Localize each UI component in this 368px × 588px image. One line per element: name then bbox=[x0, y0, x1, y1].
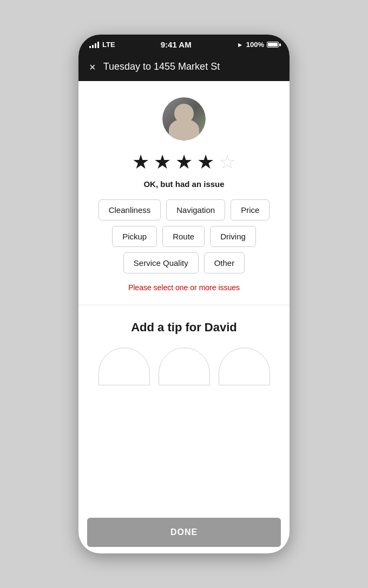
rating-label: OK, but had an issue bbox=[143, 179, 224, 189]
signal-bars bbox=[89, 42, 99, 48]
issue-tag-route[interactable]: Route bbox=[162, 226, 205, 247]
battery-percent: 100% bbox=[246, 41, 264, 49]
issue-tag-price[interactable]: Price bbox=[231, 199, 270, 220]
nav-arrow-icon: ► bbox=[237, 41, 244, 49]
star-4[interactable]: ★ bbox=[197, 152, 214, 172]
tip-section: Add a tip for David bbox=[78, 305, 290, 511]
issue-tag-cleanliness[interactable]: Cleanliness bbox=[98, 199, 161, 220]
signal-bar-4 bbox=[97, 42, 99, 48]
status-time: 9:41 AM bbox=[161, 40, 192, 49]
tip-option-1[interactable] bbox=[98, 348, 150, 385]
issue-tag-navigation[interactable]: Navigation bbox=[166, 199, 225, 220]
done-button[interactable]: DONE bbox=[87, 518, 281, 547]
issue-tag-other[interactable]: Other bbox=[204, 252, 245, 273]
rating-section: ★ ★ ★ ★ ☆ OK, but had an issue Cleanline… bbox=[78, 81, 290, 305]
main-content: ★ ★ ★ ★ ☆ OK, but had an issue Cleanline… bbox=[78, 81, 290, 511]
issues-grid: Cleanliness Navigation Price Pickup Rout… bbox=[89, 199, 279, 273]
tip-options bbox=[98, 348, 270, 385]
phone-frame: LTE 9:41 AM ► 100% × Tuesday to 1455 Mar… bbox=[0, 0, 368, 588]
driver-avatar bbox=[162, 97, 206, 141]
tip-title: Add a tip for David bbox=[131, 320, 237, 335]
carrier-label: LTE bbox=[102, 41, 115, 49]
status-left: LTE bbox=[89, 41, 115, 49]
status-bar: LTE 9:41 AM ► 100% bbox=[78, 35, 290, 54]
issue-tag-service-quality[interactable]: Service Quality bbox=[123, 252, 199, 273]
header-title: Tuesday to 1455 Market St bbox=[103, 61, 220, 72]
signal-bar-3 bbox=[95, 43, 96, 48]
tip-option-2[interactable] bbox=[159, 348, 210, 385]
phone: LTE 9:41 AM ► 100% × Tuesday to 1455 Mar… bbox=[78, 35, 290, 553]
issue-tag-driving[interactable]: Driving bbox=[210, 226, 256, 247]
header: × Tuesday to 1455 Market St bbox=[78, 54, 290, 81]
close-button[interactable]: × bbox=[89, 62, 96, 72]
signal-bar-1 bbox=[89, 46, 91, 48]
tip-option-3[interactable] bbox=[219, 348, 270, 385]
star-3[interactable]: ★ bbox=[175, 152, 193, 172]
status-right: ► 100% bbox=[237, 41, 279, 49]
stars-row[interactable]: ★ ★ ★ ★ ☆ bbox=[132, 152, 236, 172]
done-btn-container: DONE bbox=[78, 511, 290, 553]
battery-fill bbox=[268, 43, 278, 46]
star-5[interactable]: ☆ bbox=[219, 152, 236, 172]
avatar-image bbox=[162, 97, 206, 141]
signal-bar-2 bbox=[92, 45, 94, 48]
issue-tag-pickup[interactable]: Pickup bbox=[112, 226, 157, 247]
star-1[interactable]: ★ bbox=[132, 152, 149, 172]
star-2[interactable]: ★ bbox=[154, 152, 171, 172]
error-message: Please select one or more issues bbox=[128, 283, 240, 292]
battery-icon bbox=[267, 42, 279, 48]
